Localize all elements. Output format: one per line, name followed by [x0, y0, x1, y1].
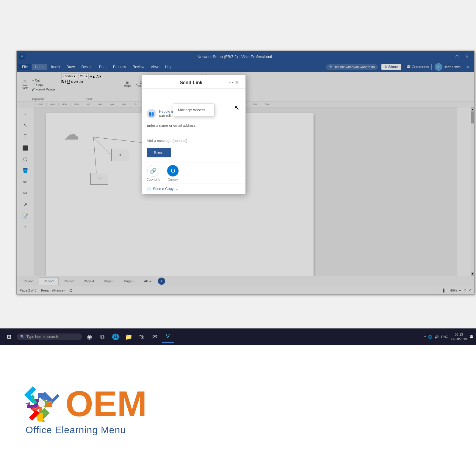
taskbar-store[interactable]: 🛍: [136, 330, 148, 343]
taskbar: ⊞ 🔍 Type here to search ◉ ⧉ 🌐 📁 🛍 ✉ V ^ …: [0, 328, 476, 345]
tray-locale: ENG: [441, 335, 448, 339]
clock-date: 14/10/2019: [451, 337, 467, 341]
outlook-label: Outlook: [168, 178, 178, 181]
dialog-header: Send Link ⋯ ✕: [142, 75, 245, 89]
visio-window: V Network Setup (FB/7 2) - Visio Profess…: [16, 51, 475, 295]
copy-link-label: Copy Link: [147, 178, 160, 181]
dialog-title: Send Link: [154, 80, 228, 85]
tray-volume[interactable]: 🔊: [435, 335, 439, 339]
taskbar-mail[interactable]: ✉: [149, 330, 161, 343]
start-button[interactable]: ⊞: [2, 330, 15, 343]
tray-action-center[interactable]: 💬: [469, 335, 474, 339]
taskbar-edge[interactable]: 🌐: [109, 330, 121, 343]
oem-brand-text: OEM: [65, 386, 147, 422]
copy-link-option[interactable]: 🔗 Copy Link: [147, 165, 160, 181]
clock-time: 03:13: [451, 332, 467, 337]
send-button[interactable]: Send: [147, 148, 171, 157]
manage-access-dropdown: Manage Access: [173, 104, 214, 116]
cursor-indicator: ↖: [234, 104, 239, 111]
taskbar-explorer[interactable]: 📁: [123, 330, 134, 343]
message-input[interactable]: [147, 137, 241, 144]
send-copy-icon: 📄: [147, 187, 151, 191]
system-tray: ^ 🌐 🔊 ENG 03:13 14/10/2019 💬: [424, 332, 474, 342]
taskbar-cortana[interactable]: ◉: [83, 330, 95, 343]
search-icon: 🔍: [20, 335, 25, 339]
send-copy-row[interactable]: 📄 Send a Copy ⌄: [142, 184, 245, 194]
dialog-menu-button[interactable]: ⋯: [228, 80, 233, 85]
send-link-dialog: Send Link ⋯ ✕ Manage Access ↖ 👥 Peo: [142, 75, 246, 194]
tray-up-arrow[interactable]: ^: [424, 335, 426, 339]
tray-network[interactable]: 🌐: [428, 335, 432, 339]
taskbar-task-view[interactable]: ⧉: [96, 330, 108, 343]
search-placeholder: Type here to search: [26, 335, 58, 339]
dialog-close-button[interactable]: ✕: [233, 79, 241, 86]
screenshot-area: V Network Setup (FB/7 2) - Visio Profess…: [0, 0, 476, 345]
logo-section: OEM Office Elearning Menu: [0, 345, 476, 476]
search-box[interactable]: 🔍 Type here to search: [17, 333, 82, 340]
share-options: 🔗 Copy Link O Outlook: [142, 162, 245, 184]
taskbar-visio[interactable]: V: [162, 330, 174, 343]
outlook-option[interactable]: O Outlook: [167, 165, 179, 181]
oem-arrows-icon: [24, 386, 60, 422]
copy-link-icon: 🔗: [147, 165, 159, 177]
send-copy-label: Send a Copy: [153, 187, 173, 191]
oem-tagline-text: Office Elearning Menu: [26, 425, 126, 436]
email-input[interactable]: [147, 128, 241, 135]
svg-point-17: [38, 400, 45, 407]
input-label: Enter a name or email address: [142, 121, 245, 128]
chevron-down-icon: ⌄: [175, 187, 178, 191]
outlook-icon: O: [167, 165, 179, 177]
dialog-overlay: Send Link ⋯ ✕ Manage Access ↖ 👥 Peo: [17, 51, 474, 294]
manage-access-item[interactable]: Manage Access: [173, 106, 214, 114]
clock: 03:13 14/10/2019: [451, 332, 467, 342]
oem-logo-row: OEM: [24, 386, 147, 422]
oem-logo: OEM Office Elearning Menu: [24, 386, 147, 436]
svg-marker-15: [25, 402, 30, 405]
permission-icon: 👥: [147, 109, 156, 118]
